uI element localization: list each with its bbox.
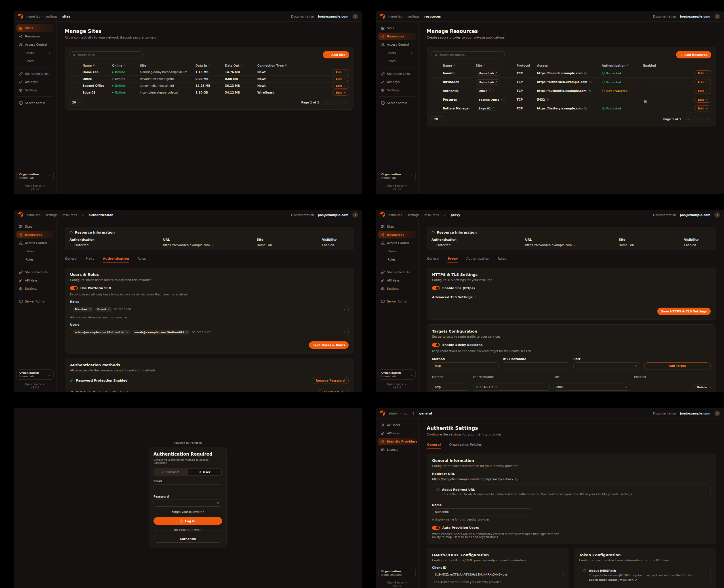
- sidebar-item-sites[interactable]: Sites: [17, 24, 54, 32]
- copy-icon[interactable]: [515, 478, 518, 481]
- tab-proxy[interactable]: Proxy: [447, 255, 458, 263]
- sidebar-item-roles[interactable]: Roles: [379, 256, 416, 263]
- org-switcher[interactable]: OrganizationHome Lab: [379, 370, 416, 380]
- row-menu-button[interactable]: ⋯: [69, 91, 83, 94]
- tab-rules[interactable]: Rules: [497, 255, 506, 263]
- sidebar-item-access-control[interactable]: Access Control: [379, 41, 416, 48]
- site-link-pill[interactable]: Second Office↗: [476, 97, 506, 102]
- row-menu-button[interactable]: ⋯: [431, 71, 443, 75]
- remove-password-button[interactable]: Remove Password: [312, 377, 349, 384]
- search-resources-input[interactable]: [431, 51, 505, 58]
- copy-icon[interactable]: [547, 98, 549, 101]
- next-page-button[interactable]: ›: [337, 100, 342, 105]
- sidebar-item-all-users[interactable]: All Users: [379, 421, 416, 429]
- avatar[interactable]: J: [715, 212, 720, 218]
- enable-ssl-toggle[interactable]: [432, 286, 440, 290]
- sidebar-item-resources[interactable]: Resources: [17, 33, 54, 40]
- avatar[interactable]: J: [353, 212, 358, 218]
- sticky-sessions-toggle[interactable]: [432, 343, 440, 347]
- eye-icon[interactable]: [217, 502, 219, 504]
- row-menu-button[interactable]: ⋯: [431, 98, 443, 102]
- platform-sso-toggle[interactable]: [70, 286, 78, 290]
- ip-hostname-input[interactable]: [473, 384, 549, 391]
- tab-password[interactable]: Password: [154, 469, 187, 476]
- tab-user[interactable]: User: [187, 469, 222, 476]
- method-select[interactable]: http: [432, 384, 469, 391]
- edit-button[interactable]: Edit: [695, 97, 711, 103]
- copy-icon[interactable]: [574, 244, 576, 246]
- page-size-select[interactable]: 20: [69, 100, 83, 105]
- delete-target-button[interactable]: Delete: [693, 384, 711, 390]
- edit-button[interactable]: Edit: [333, 83, 349, 89]
- password-field[interactable]: [154, 500, 222, 507]
- sidebar-item-users[interactable]: Users: [379, 49, 416, 57]
- row-menu-button[interactable]: ⋯: [69, 84, 83, 88]
- sidebar-item-api-keys[interactable]: API Keys: [379, 429, 416, 437]
- authentik-sso-button[interactable]: Authentik: [154, 535, 222, 543]
- tab-authentication[interactable]: Authentication: [466, 255, 490, 263]
- add-site-button[interactable]: Add Site: [323, 51, 349, 58]
- sidebar-item-roles[interactable]: Roles: [17, 57, 54, 65]
- sidebar-item-sites[interactable]: Sites: [379, 24, 416, 32]
- remove-chip-icon[interactable]: [107, 308, 110, 311]
- edit-button[interactable]: Edit: [333, 69, 349, 75]
- open-source-link[interactable]: Open Source↗: [387, 383, 407, 385]
- edit-button[interactable]: Edit: [695, 105, 711, 111]
- remove-chip-icon[interactable]: [89, 308, 92, 311]
- sidebar-item-users[interactable]: Users: [379, 248, 416, 255]
- sidebar-item-access-control[interactable]: Access Control: [17, 239, 54, 247]
- sidebar-item-server-admin[interactable]: Server Admin: [379, 298, 416, 305]
- org-switcher[interactable]: OrganizationHome Lab: [17, 171, 54, 181]
- sidebar-item-settings[interactable]: Settings: [17, 86, 54, 94]
- sidebar-item-sites[interactable]: Sites: [379, 223, 416, 230]
- tab-proxy[interactable]: Proxy: [85, 255, 95, 263]
- sidebar-item-settings[interactable]: Settings: [379, 285, 416, 292]
- org-switcher[interactable]: OrganizationHome Lab: [17, 370, 54, 380]
- sidebar-item-identity-providers[interactable]: Identity Providers: [379, 438, 416, 445]
- sidebar-item-settings[interactable]: Settings: [17, 285, 54, 292]
- sidebar-item-shareable-links[interactable]: Shareable Links: [379, 70, 416, 78]
- avatar[interactable]: J: [715, 411, 720, 416]
- avatar[interactable]: J: [353, 14, 358, 19]
- sidebar-item-roles[interactable]: Roles: [379, 57, 416, 65]
- sidebar-item-shareable-links[interactable]: Shareable Links: [379, 269, 416, 276]
- open-source-link[interactable]: Open Source↗: [25, 184, 45, 187]
- add-target-button[interactable]: Add Target: [644, 362, 711, 370]
- sidebar-item-resources[interactable]: Resources: [379, 33, 416, 40]
- sidebar-item-server-admin[interactable]: Server Admin: [379, 99, 416, 107]
- sidebar-item-api-keys[interactable]: API Keys: [17, 277, 54, 284]
- edit-button[interactable]: Edit: [333, 90, 349, 96]
- org-switcher[interactable]: OrganizationNone selected: [379, 568, 416, 578]
- open-source-link[interactable]: Open Source↗: [387, 581, 407, 584]
- auto-provision-toggle[interactable]: [432, 526, 440, 530]
- sidebar-item-shareable-links[interactable]: Shareable Links: [17, 269, 54, 276]
- sidebar-item-settings[interactable]: Settings: [379, 86, 416, 94]
- sidebar-item-shareable-links[interactable]: Shareable Links: [17, 70, 54, 78]
- user-email-menu[interactable]: joe@example.com: [318, 15, 348, 18]
- remove-chip-icon[interactable]: [126, 331, 128, 333]
- edit-button[interactable]: Edit: [695, 79, 711, 85]
- add-pin-button[interactable]: Add PIN Code: [319, 389, 349, 392]
- users-multiselect[interactable]: adam@example.com (Authentik) sarah@examp…: [70, 328, 349, 336]
- sidebar-item-api-keys[interactable]: API Keys: [17, 78, 54, 86]
- idp-name-input[interactable]: [432, 508, 532, 516]
- prev-page-button[interactable]: ‹: [692, 117, 698, 122]
- tab-general[interactable]: General: [65, 255, 77, 263]
- sidebar-item-access-control[interactable]: Access Control: [17, 41, 54, 48]
- user-email-menu[interactable]: joe@example.com: [680, 15, 710, 18]
- documentation-link[interactable]: Documentation: [653, 213, 676, 216]
- remove-chip-icon[interactable]: [185, 331, 188, 333]
- sidebar-item-resources[interactable]: Resources: [379, 231, 416, 238]
- last-page-button[interactable]: »: [706, 117, 711, 122]
- first-page-button[interactable]: «: [685, 117, 691, 122]
- site-link-pill[interactable]: Edge 01↗: [476, 106, 497, 111]
- first-page-button[interactable]: «: [323, 100, 329, 105]
- documentation-link[interactable]: Documentation: [653, 15, 676, 18]
- tab-organization-policies[interactable]: Organization Policies: [449, 441, 482, 449]
- search-sites-input[interactable]: [69, 51, 143, 58]
- row-menu-button[interactable]: ⋯: [431, 107, 443, 110]
- copy-icon[interactable]: [212, 244, 214, 246]
- ip-hostname-input[interactable]: [503, 362, 569, 370]
- login-button[interactable]: Log In: [154, 517, 222, 525]
- documentation-link[interactable]: Documentation: [291, 15, 314, 18]
